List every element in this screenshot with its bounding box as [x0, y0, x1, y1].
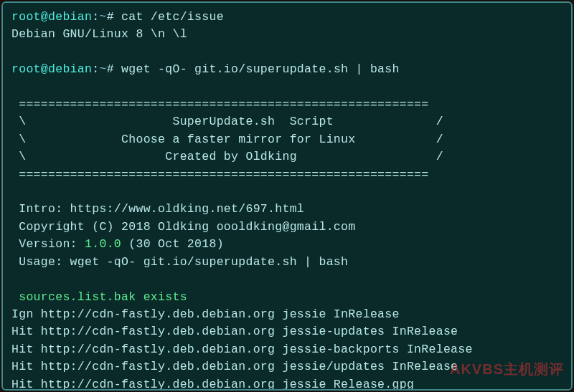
issue-output: Debian GNU/Linux 8 \n \l: [11, 26, 563, 43]
prompt-sep: :: [92, 10, 99, 24]
blank-line: [11, 44, 563, 61]
prompt-line-1: root@debian:~# cat /etc/issue: [11, 9, 563, 26]
status-line: sources.list.bak exists: [11, 289, 563, 306]
version-label: Version:: [11, 237, 85, 251]
apt-line: Hit http://cdn-fastly.deb.debian.org jes…: [11, 376, 563, 391]
prompt-user: root@debian: [11, 10, 92, 24]
command-text: wget -qO- git.io/superupdate.sh | bash: [121, 62, 400, 76]
prompt-sep: :: [92, 62, 99, 76]
command-text: cat /etc/issue: [121, 10, 224, 24]
version-line: Version: 1.0.0 (30 Oct 2018): [11, 236, 563, 253]
prompt-path: ~: [99, 10, 106, 24]
banner-line-1: \ SuperUpdate.sh Script /: [11, 113, 563, 130]
banner-rule-top: ========================================…: [11, 96, 563, 113]
apt-line: Hit http://cdn-fastly.deb.debian.org jes…: [11, 341, 563, 358]
blank-line: [11, 79, 563, 96]
intro-line: Intro: https://www.oldking.net/697.html: [11, 201, 563, 218]
terminal-window[interactable]: root@debian:~# cat /etc/issue Debian GNU…: [1, 1, 573, 391]
prompt-path: ~: [99, 62, 106, 76]
apt-line: Hit http://cdn-fastly.deb.debian.org jes…: [11, 358, 563, 376]
prompt-user: root@debian: [11, 62, 92, 76]
usage-line: Usage: wget -qO- git.io/superupdate.sh |…: [11, 254, 563, 271]
prompt-hash: #: [107, 62, 121, 76]
banner-line-3: \ Created by Oldking /: [11, 148, 563, 166]
prompt-hash: #: [107, 10, 121, 24]
apt-line: Hit http://cdn-fastly.deb.debian.org jes…: [11, 323, 563, 340]
banner-line-2: \ Choose a faster mirror for Linux /: [11, 131, 563, 148]
blank-line: [11, 183, 563, 201]
blank-line: [11, 271, 563, 288]
version-date: (30 Oct 2018): [121, 237, 224, 251]
prompt-line-2: root@debian:~# wget -qO- git.io/superupd…: [11, 61, 563, 78]
copyright-line: Copyright (C) 2018 Oldking oooldking@gma…: [11, 219, 563, 236]
apt-line: Ign http://cdn-fastly.deb.debian.org jes…: [11, 306, 563, 323]
banner-rule-bottom: ========================================…: [11, 166, 563, 183]
version-number: 1.0.0: [85, 237, 121, 251]
